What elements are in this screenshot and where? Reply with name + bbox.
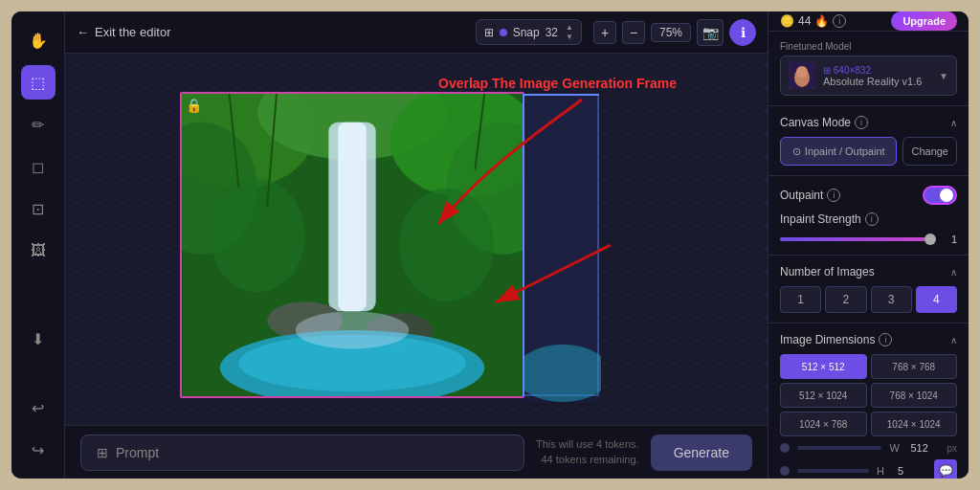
svg-point-25 bbox=[796, 66, 808, 78]
download-tool[interactable]: ⬇ bbox=[21, 322, 56, 356]
paint-tool[interactable]: ◻ bbox=[21, 149, 56, 184]
model-name: Absolute Reality v1.6 bbox=[823, 76, 931, 87]
image-container: 🔒 bbox=[180, 92, 524, 398]
inpaint-outpaint-button[interactable]: ⊙ Inpaint / Outpaint bbox=[780, 137, 897, 166]
waterfall-image bbox=[182, 94, 523, 396]
width-unit: px bbox=[947, 443, 957, 454]
outpaint-toggle[interactable] bbox=[923, 186, 957, 205]
dimensions-title: Image Dimensions i bbox=[780, 333, 892, 346]
canvas-mode-title: Canvas Mode i bbox=[780, 116, 868, 129]
upgrade-button[interactable]: Upgrade bbox=[891, 11, 957, 31]
generate-button[interactable]: Generate bbox=[651, 434, 752, 471]
inpaint-strength-row: Inpaint Strength i bbox=[780, 212, 957, 226]
dim-768x1024-button[interactable]: 768 × 1024 bbox=[871, 383, 958, 408]
left-toolbar: ✋ ⬚ ✏ ◻ ⊡ 🖼 ⬇ ↩ ↪ bbox=[11, 11, 65, 479]
credit-info-icon[interactable]: i bbox=[833, 14, 846, 28]
prompt-label: Prompt bbox=[116, 445, 159, 460]
num-2-button[interactable]: 2 bbox=[825, 286, 866, 313]
top-bar: ← Exit the editor ⊞ Snap 32 ▲ ▼ + − 75% … bbox=[65, 11, 768, 54]
lock-icon: 🔒 bbox=[186, 98, 202, 113]
slider-thumb bbox=[924, 234, 936, 245]
num-images-header: Number of Images ∧ bbox=[780, 265, 957, 278]
num-4-button[interactable]: 4 bbox=[916, 286, 957, 313]
canvas-mode-info-icon[interactable]: i bbox=[855, 116, 868, 129]
canvas-mode-chevron-icon: ∧ bbox=[950, 118, 957, 128]
app-container: ✋ ⬚ ✏ ◻ ⊡ 🖼 ⬇ ↩ ↪ ← Exit the editor ⊞ Sn… bbox=[11, 11, 969, 479]
num-1-button[interactable]: 1 bbox=[780, 286, 821, 313]
height-row: H 5 💬 bbox=[780, 459, 957, 479]
dim-1024x1024-button[interactable]: 1024 × 1024 bbox=[871, 412, 958, 436]
svg-point-15 bbox=[399, 189, 494, 302]
outpaint-section: Outpaint i Inpaint Strength i 1 bbox=[768, 176, 969, 256]
dimensions-section: Image Dimensions i ∧ 512 × 512 768 × 768… bbox=[768, 323, 969, 479]
svg-point-14 bbox=[211, 179, 305, 293]
width-dot bbox=[780, 443, 790, 453]
back-arrow-icon: ← bbox=[77, 25, 89, 39]
snap-stepper[interactable]: ▲ ▼ bbox=[566, 23, 573, 41]
zoom-value: 75% bbox=[651, 23, 691, 42]
model-chevron-icon: ▼ bbox=[939, 71, 948, 81]
layers-tool[interactable]: ⊡ bbox=[21, 191, 56, 226]
slider-value: 1 bbox=[942, 234, 957, 245]
height-dot bbox=[780, 466, 790, 476]
zoom-minus-button[interactable]: − bbox=[622, 21, 645, 44]
info-button[interactable]: ℹ bbox=[729, 19, 756, 46]
height-value: 5 bbox=[898, 465, 926, 477]
num-3-button[interactable]: 3 bbox=[871, 286, 912, 313]
hand-tool[interactable]: ✋ bbox=[21, 23, 56, 57]
outpaint-svg bbox=[524, 96, 601, 402]
size-icon: ⊞ bbox=[823, 65, 831, 76]
slider-fill bbox=[780, 237, 926, 241]
dimensions-info-icon[interactable]: i bbox=[879, 333, 892, 346]
dim-768x768-button[interactable]: 768 × 768 bbox=[871, 354, 958, 379]
outpaint-overlay bbox=[523, 94, 599, 396]
model-section: Finetuned Model ⊞ 640×832 Absolute Reali… bbox=[768, 32, 969, 106]
brush-tool[interactable]: ✏ bbox=[21, 107, 56, 142]
dimensions-header: Image Dimensions i ∧ bbox=[780, 333, 957, 346]
toggle-knob bbox=[940, 189, 953, 202]
image-tool[interactable]: 🖼 bbox=[21, 234, 56, 268]
width-label: W bbox=[889, 442, 902, 454]
exit-label: Exit the editor bbox=[95, 25, 171, 39]
num-images-section: Number of Images ∧ 1 2 3 4 bbox=[768, 256, 969, 323]
credit-icon: 🪙 bbox=[780, 14, 794, 28]
snap-icon: ⊞ bbox=[484, 26, 494, 39]
inpaint-strength-slider[interactable]: 1 bbox=[780, 234, 957, 245]
num-image-buttons: 1 2 3 4 bbox=[780, 286, 957, 313]
redo-tool[interactable]: ↪ bbox=[21, 433, 56, 467]
zoom-plus-button[interactable]: + bbox=[593, 21, 616, 44]
dimension-grid: 512 × 512 768 × 768 490 × 980 768 × 102… bbox=[780, 354, 957, 436]
inpaint-strength-info-icon[interactable]: i bbox=[865, 212, 879, 226]
outpaint-info-icon[interactable]: i bbox=[827, 189, 840, 202]
prompt-icon: ⊞ bbox=[97, 445, 108, 460]
width-track[interactable] bbox=[797, 446, 881, 450]
model-avatar-image bbox=[789, 62, 815, 89]
canvas-area[interactable]: 🔒 bbox=[65, 54, 768, 425]
token-line2: 44 tokens remaining. bbox=[536, 453, 639, 467]
model-avatar bbox=[789, 62, 815, 89]
model-label: Finetuned Model bbox=[780, 41, 957, 52]
height-track[interactable] bbox=[797, 469, 869, 473]
undo-tool[interactable]: ↩ bbox=[21, 390, 56, 425]
num-images-chevron-icon: ∧ bbox=[950, 267, 957, 278]
camera-button[interactable]: 📷 bbox=[697, 19, 724, 46]
width-row: W 512 px bbox=[780, 442, 957, 454]
annotation-text: Overlap The Image Generation Frame bbox=[438, 76, 677, 91]
select-tool[interactable]: ⬚ bbox=[21, 65, 56, 100]
height-label: H bbox=[877, 465, 890, 477]
chat-button[interactable]: 💬 bbox=[934, 459, 957, 479]
dimensions-chevron-icon: ∧ bbox=[950, 335, 957, 345]
credit-value: 44 bbox=[798, 14, 811, 28]
panel-top: 🪙 44 🔥 i Upgrade bbox=[768, 11, 969, 32]
prompt-button[interactable]: ⊞ Prompt bbox=[80, 434, 524, 471]
svg-point-20 bbox=[524, 345, 601, 402]
dim-490x980-button[interactable]: 490 × 980 bbox=[780, 383, 867, 408]
model-card[interactable]: ⊞ 640×832 Absolute Reality v1.6 ▼ bbox=[780, 56, 957, 96]
dim-1024x768-button[interactable]: 1024 × 768 bbox=[780, 412, 867, 436]
change-button[interactable]: Change bbox=[902, 137, 957, 166]
num-images-title: Number of Images bbox=[780, 265, 875, 278]
exit-button[interactable]: ← Exit the editor bbox=[77, 25, 171, 39]
snap-control[interactable]: ⊞ Snap 32 ▲ ▼ bbox=[476, 19, 582, 45]
dim-512x512-button[interactable]: 512 × 512 bbox=[780, 354, 867, 379]
token-line1: This will use 4 tokens. bbox=[536, 437, 639, 452]
